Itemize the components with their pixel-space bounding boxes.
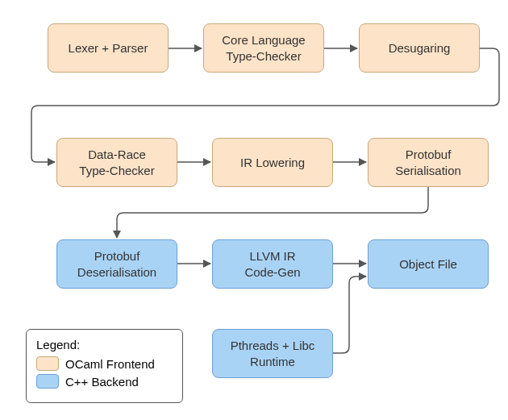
- node-label: Pthreads + LibcRuntime: [231, 338, 315, 369]
- node-llvm-codegen: LLVM IRCode-Gen: [212, 239, 333, 289]
- legend-row-cpp: C++ Backend: [36, 374, 173, 389]
- node-label: IR Lowering: [240, 155, 305, 171]
- node-label: Desugaring: [389, 40, 451, 56]
- node-desugaring: Desugaring: [359, 23, 480, 73]
- node-label: Lexer + Parser: [69, 40, 148, 56]
- node-object-file: Object File: [368, 239, 489, 289]
- node-lexer-parser: Lexer + Parser: [48, 23, 169, 73]
- arrow-runtime-to-objfile: [333, 277, 366, 353]
- node-pthreads-runtime: Pthreads + LibcRuntime: [212, 329, 333, 378]
- node-data-race-type-checker: Data-RaceType-Checker: [56, 138, 177, 187]
- node-label: Data-RaceType-Checker: [79, 147, 154, 178]
- legend-swatch-cpp: [36, 374, 59, 389]
- legend-label-cpp: C++ Backend: [65, 375, 139, 389]
- node-ir-lowering: IR Lowering: [212, 138, 333, 187]
- node-label: ProtobufSerialisation: [395, 147, 461, 178]
- node-label: LLVM IRCode-Gen: [244, 248, 300, 280]
- legend-box: Legend: OCaml Frontend C++ Backend: [26, 329, 183, 403]
- node-label: Object File: [399, 256, 457, 272]
- legend-label-ocaml: OCaml Frontend: [65, 357, 155, 371]
- legend-title: Legend:: [36, 338, 173, 351]
- legend-row-ocaml: OCaml Frontend: [36, 356, 173, 371]
- node-protobuf-serialisation: ProtobufSerialisation: [368, 138, 489, 187]
- node-label: ProtobufDeserialisation: [77, 248, 156, 280]
- node-label: Core LanguageType-Checker: [222, 32, 305, 64]
- legend-swatch-ocaml: [36, 356, 59, 371]
- node-protobuf-deserialisation: ProtobufDeserialisation: [56, 239, 177, 289]
- node-core-type-checker: Core LanguageType-Checker: [203, 23, 324, 73]
- arrow-pbser-to-pbdes: [117, 187, 428, 238]
